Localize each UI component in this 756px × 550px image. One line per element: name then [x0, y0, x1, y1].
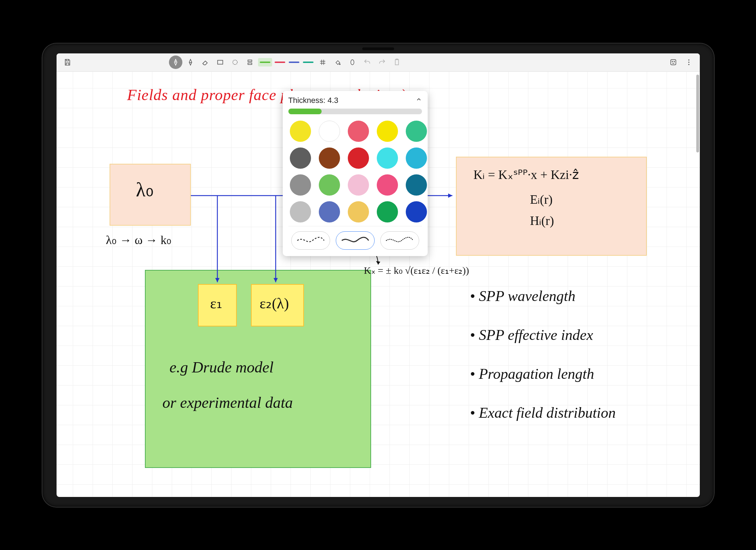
svg-point-11 [688, 62, 689, 63]
svg-point-8 [672, 61, 673, 62]
color-option[interactable] [290, 201, 311, 222]
tablet-camera [362, 47, 394, 50]
app-screen: Fields and proper face plasmon polariton… [57, 53, 700, 497]
undo-button[interactable] [361, 56, 374, 69]
svg-rect-0 [217, 60, 223, 64]
color-option[interactable] [406, 121, 427, 142]
clipboard-button[interactable] [390, 56, 404, 69]
thickness-slider[interactable] [288, 109, 422, 114]
menu-button[interactable] [682, 56, 696, 69]
grid-toggle[interactable] [316, 56, 329, 69]
thickness-color-popup: Thickness: 4.3 [283, 91, 428, 256]
stroke-dashed-option[interactable] [291, 231, 330, 250]
save-button[interactable] [61, 56, 74, 69]
color-option[interactable] [319, 201, 340, 222]
thickness-slider-fill [288, 109, 322, 114]
label-drude1: e.g Drude model [170, 358, 274, 376]
redo-button[interactable] [375, 56, 389, 69]
tablet-frame: Fields and proper face plasmon polariton… [42, 44, 714, 507]
color-option[interactable] [377, 147, 398, 169]
color-option[interactable] [348, 147, 369, 169]
pen-tool[interactable] [169, 56, 182, 69]
color-green-swatch[interactable] [258, 58, 272, 66]
drawing-canvas[interactable]: Fields and proper face plasmon polariton… [57, 72, 700, 497]
color-option[interactable] [406, 147, 427, 169]
eraser-tool[interactable] [199, 56, 212, 69]
label-ei: Eᵢ(r) [530, 192, 553, 207]
bullet-0: • SPP wavelength [470, 288, 576, 305]
rectangle-tool[interactable] [213, 56, 227, 69]
color-option[interactable] [290, 121, 311, 142]
color-teal-swatch[interactable] [302, 58, 315, 66]
align-tool[interactable] [243, 56, 257, 69]
color-option[interactable] [406, 201, 427, 222]
color-palette [288, 121, 422, 222]
color-option[interactable] [319, 174, 340, 196]
svg-marker-16 [376, 261, 380, 265]
label-ki: Kᵢ = Kₓˢᴾᴾ·x + Kzi·ẑ [474, 167, 579, 182]
svg-rect-7 [670, 60, 676, 65]
svg-point-10 [688, 59, 689, 60]
bullet-1: • SPP effective index [470, 326, 593, 343]
svg-point-12 [688, 64, 689, 65]
lasso-tool[interactable] [228, 56, 242, 69]
thickness-label: Thickness: 4.3 [288, 96, 339, 105]
svg-rect-2 [248, 60, 252, 62]
svg-point-9 [674, 61, 674, 62]
stroke-solid-option[interactable] [336, 231, 375, 250]
color-option[interactable] [348, 201, 369, 222]
stroke-style-row [288, 231, 422, 250]
fill-tool[interactable] [331, 56, 344, 69]
svg-point-1 [233, 60, 237, 65]
stroke-dotted-option[interactable] [380, 231, 419, 250]
svg-point-4 [339, 64, 340, 65]
svg-marker-13 [448, 193, 452, 198]
color-option[interactable] [406, 174, 427, 196]
sticker-button[interactable] [667, 56, 680, 69]
color-blue-swatch[interactable] [288, 58, 300, 66]
color-option[interactable] [377, 201, 398, 222]
svg-rect-6 [395, 60, 398, 65]
color-option[interactable] [348, 174, 369, 196]
color-option[interactable] [377, 121, 398, 142]
collapse-popup-button[interactable] [416, 96, 422, 104]
color-option[interactable] [319, 121, 340, 142]
color-option[interactable] [348, 121, 369, 142]
brush-tool[interactable] [184, 56, 197, 69]
toolbar [57, 53, 700, 72]
scroll-indicator[interactable] [696, 75, 699, 152]
label-hi: Hᵢ(r) [530, 213, 554, 228]
color-option[interactable] [290, 174, 311, 196]
label-kx: Kₓ = ± k₀ √(ε₁ε₂ / (ε₁+ε₂)) [364, 265, 469, 276]
label-lambda-chain: λ₀ → ω → k₀ [106, 233, 172, 247]
highlighter-tool[interactable] [346, 56, 359, 69]
label-eps1: ε₁ [210, 295, 223, 312]
svg-rect-3 [248, 63, 252, 65]
label-drude2: or experimental data [163, 394, 293, 412]
color-red-swatch[interactable] [274, 58, 286, 66]
svg-point-5 [351, 60, 354, 65]
label-lambda0: λ₀ [136, 178, 153, 201]
bullet-3: • Exact field distribution [470, 404, 616, 421]
label-eps2: ε₂(λ) [260, 295, 289, 312]
color-option[interactable] [377, 174, 398, 196]
color-option[interactable] [319, 147, 340, 169]
color-option[interactable] [290, 147, 311, 169]
bullet-2: • Propagation length [470, 365, 594, 382]
